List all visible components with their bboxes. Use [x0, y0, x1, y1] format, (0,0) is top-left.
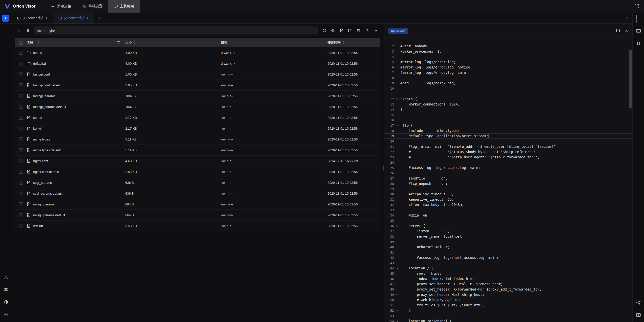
code-line[interactable]: 26: [384, 170, 632, 176]
refresh-icon[interactable]: [321, 27, 328, 34]
new-file-icon[interactable]: [338, 27, 345, 34]
code-line[interactable]: 43: [384, 260, 632, 266]
code-line[interactable]: 7#error_log logs/error.log info;: [384, 70, 632, 75]
code-line[interactable]: 44 location / {: [384, 266, 632, 271]
code-line[interactable]: 14}: [384, 107, 632, 112]
breadcrumb-segment[interactable]: etc: [37, 29, 42, 32]
code-line[interactable]: 6#error_log logs/error.log notice;: [384, 65, 632, 70]
tab-server-1[interactable]: (1) server-生产-1: [12, 13, 53, 23]
file-name[interactable]: uwsgi_params: [33, 202, 54, 206]
file-row[interactable]: koi-win2.17 KB-rw-r--r--2020-11-01 10:02…: [15, 123, 380, 134]
code-line[interactable]: 18 include mime.types;: [384, 128, 632, 133]
code-line[interactable]: 36 server {: [384, 223, 632, 229]
file-name[interactable]: uwsgi_params.default: [33, 213, 65, 217]
fold-chevron-icon[interactable]: [394, 320, 400, 322]
code-line[interactable]: 24: [384, 160, 632, 165]
code-line[interactable]: 47 proxy_set_header X-Real-IP $remote_ad…: [384, 281, 632, 287]
row-checkbox[interactable]: [19, 127, 23, 130]
row-checkbox[interactable]: [19, 73, 23, 76]
select-all-checkbox[interactable]: [19, 41, 23, 45]
send-icon[interactable]: [635, 300, 641, 306]
file-row[interactable]: uwsgi_params664 B-rw-r--r--2020-11-01 10…: [15, 199, 380, 210]
code-line[interactable]: 3worker_processes 1;: [384, 49, 632, 54]
code-line[interactable]: 37 listen 80;: [384, 229, 632, 234]
file-name[interactable]: nginx.conf: [33, 159, 48, 163]
row-checkbox[interactable]: [19, 181, 23, 185]
code-line[interactable]: 42 #access_log logs/host.access.log main…: [384, 255, 632, 260]
code-line[interactable]: 39: [384, 239, 632, 244]
file-name[interactable]: conf.d: [33, 51, 42, 55]
code-line[interactable]: 46 index index.html index.htm;: [384, 276, 632, 281]
file-name[interactable]: fastcgi_params: [33, 94, 55, 98]
file-row[interactable]: scgi_params.default636 B-rw-r--r--2020-1…: [15, 188, 380, 199]
code-line[interactable]: 33: [384, 207, 632, 213]
file-row[interactable]: default.d4.00 KBdrwxr-xr-x2020-11-01 10:…: [15, 58, 380, 69]
row-checkbox[interactable]: [19, 62, 23, 65]
fold-chevron-icon[interactable]: [394, 309, 400, 312]
code-line[interactable]: 5#error_log logs/error.log;: [384, 59, 632, 65]
theme-icon[interactable]: [3, 299, 9, 305]
file-row[interactable]: fastcgi.conf.default1.05 KB-rw-r--r--202…: [15, 80, 380, 91]
preview-icon[interactable]: [329, 27, 337, 34]
row-checkbox[interactable]: [19, 213, 23, 217]
file-row[interactable]: koi-utf2.77 KB-rw-r--r--2020-11-01 10:02…: [15, 112, 380, 123]
menu-item-host-terminal[interactable]: 主机终端: [108, 0, 140, 13]
file-row[interactable]: fastcgi.conf1.05 KB-rw-r--r--2020-11-01 …: [15, 69, 380, 80]
file-row[interactable]: uwsgi_params.default664 B-rw-r--r--2020-…: [15, 210, 380, 221]
user-icon[interactable]: [3, 274, 9, 280]
code-line[interactable]: 1: [384, 38, 632, 44]
back-icon[interactable]: [15, 27, 23, 34]
file-name[interactable]: fastcgi.conf: [33, 73, 50, 76]
code-line[interactable]: 34 #gzip on;: [384, 213, 632, 218]
code-line[interactable]: 22 # '$status $body_bytes_sent "$http_re…: [384, 149, 632, 155]
braces-icon[interactable]: { }: [635, 16, 641, 22]
code-line[interactable]: 16: [384, 118, 632, 123]
code-line[interactable]: 25 #access_log logs/access.log main;: [384, 165, 632, 170]
code-line[interactable]: 27 sendfile on;: [384, 176, 632, 181]
add-tab-button[interactable]: +: [94, 13, 105, 23]
row-checkbox[interactable]: [19, 224, 23, 228]
upload-icon[interactable]: [364, 27, 371, 34]
file-row[interactable]: nginx.conf.default2.59 KB-rw-r--r--2020-…: [15, 166, 380, 177]
file-row[interactable]: fastcgi_params.default1007 B-rw-r--r--20…: [15, 101, 380, 112]
file-row[interactable]: mime.types.default5.11 KB-rw-r--r--2020-…: [15, 145, 380, 156]
file-name[interactable]: nginx.conf.default: [33, 170, 59, 174]
code-line[interactable]: 2#user nobody;: [384, 44, 632, 49]
code-line[interactable]: 29: [384, 186, 632, 192]
code-line[interactable]: 9#pid logs/nginx.pid;: [384, 81, 632, 86]
menu-item-terminal-settings[interactable]: 终端设置: [77, 0, 108, 13]
code-line[interactable]: 19 default_type application/octet-stream…: [384, 133, 632, 139]
file-name[interactable]: fastcgi.conf.default: [33, 83, 60, 87]
row-checkbox[interactable]: [19, 51, 23, 55]
code-line[interactable]: 38 server_name localhost;: [384, 234, 632, 239]
editor-file-badge[interactable]: nginx.conf: [388, 28, 408, 34]
code-line[interactable]: 17http {: [384, 123, 632, 128]
code-line[interactable]: 28 #tcp_nopush on;: [384, 181, 632, 186]
file-name[interactable]: win-utf: [33, 224, 43, 228]
code-line[interactable]: 10: [384, 86, 632, 91]
menu-item-new-connection[interactable]: 新建连接: [46, 0, 77, 13]
filter-icon[interactable]: [117, 41, 120, 44]
download-icon[interactable]: [372, 27, 380, 34]
delete-icon[interactable]: [355, 27, 363, 34]
row-checkbox[interactable]: [19, 83, 23, 87]
file-row[interactable]: scgi_params636 B-rw-r--r--2020-11-01 10:…: [15, 177, 380, 188]
code-line[interactable]: 4: [384, 54, 632, 59]
row-checkbox[interactable]: [19, 170, 23, 174]
file-name[interactable]: mime.types: [33, 137, 50, 141]
new-connection-button[interactable]: [2, 15, 9, 22]
row-checkbox[interactable]: [19, 94, 23, 98]
path-breadcrumb[interactable]: etc / nginx: [34, 26, 318, 34]
code-line[interactable]: 50 # web history 模式 404: [384, 297, 632, 303]
file-name[interactable]: fastcgi_params.default: [33, 105, 66, 109]
code-line[interactable]: 40 #charset koi8-r;: [384, 244, 632, 250]
code-line[interactable]: 30 #keepalive_timeout 0;: [384, 192, 632, 197]
list-icon[interactable]: [24, 27, 31, 34]
row-checkbox[interactable]: [19, 192, 23, 195]
command-icon[interactable]: ⌘: [3, 287, 9, 293]
file-name[interactable]: koi-win: [33, 127, 43, 130]
editor-code[interactable]: 12#user nobody;3worker_processes 1;45#er…: [384, 38, 632, 322]
row-checkbox[interactable]: [19, 159, 23, 163]
file-name[interactable]: default.d: [33, 62, 46, 65]
row-checkbox[interactable]: [19, 202, 23, 206]
